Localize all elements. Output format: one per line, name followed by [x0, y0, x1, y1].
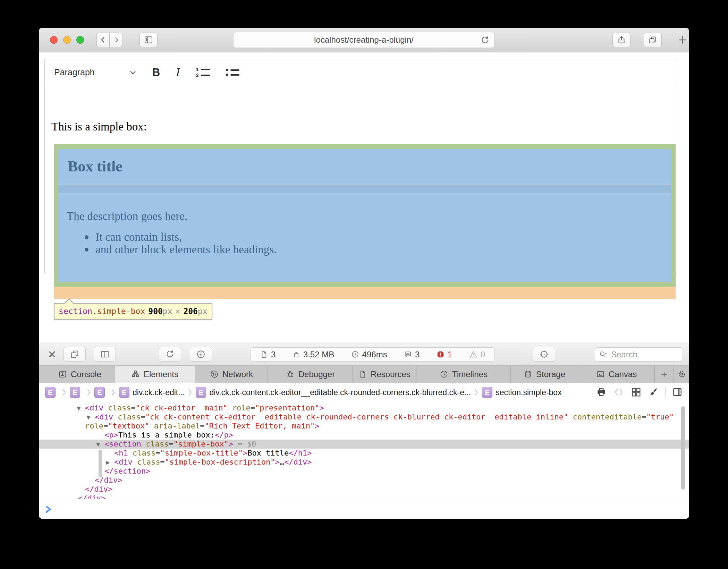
zoom-traffic-light[interactable] — [76, 36, 84, 44]
warning-icon — [469, 350, 478, 359]
bold-button[interactable]: B — [152, 66, 160, 79]
chevron-right-icon — [112, 36, 120, 44]
tree-row[interactable]: ▼<div class="ck ck-content ck-editor__ed… — [39, 413, 689, 422]
simple-box-title-block: Box title — [58, 149, 671, 184]
inspector-tab-bar: Console Elements Network Debugger Resour… — [39, 366, 689, 383]
new-tab-button[interactable] — [677, 34, 688, 46]
tree-row[interactable]: ▼<div class="ck ck-editor__main" role="p… — [39, 404, 689, 413]
source-code-button[interactable] — [613, 387, 624, 398]
simple-box-description-block: The description goes here. It can contai… — [58, 195, 671, 282]
chevron-right-icon — [87, 389, 91, 396]
disclosure-triangle-icon[interactable]: ▼ — [86, 413, 91, 422]
copy-icon — [70, 349, 79, 359]
tree-row[interactable]: </section> — [39, 467, 689, 476]
resources-icon — [358, 370, 367, 379]
download-icon — [196, 349, 206, 359]
heading-dropdown[interactable]: Paragraph — [54, 67, 136, 77]
search-input[interactable] — [610, 349, 671, 360]
editor-toolbar: Paragraph B I 1 2 — [44, 59, 677, 86]
dock-side-button[interactable] — [94, 347, 116, 362]
element-badge: E — [482, 387, 492, 398]
storage-icon — [523, 370, 533, 379]
gear-icon — [677, 370, 686, 379]
breadcrumb-item[interactable]: Ediv.ck.ck-edit... — [119, 387, 185, 398]
speech-bubble-icon — [404, 350, 412, 359]
disclosure-triangle-icon[interactable]: ▼ — [77, 404, 81, 413]
sidebar-toggle-button[interactable] — [139, 33, 158, 47]
dom-tree: ▼<div class="ck ck-editor__main" role="p… — [39, 402, 689, 499]
tab-spacer — [39, 366, 45, 383]
list-item: and other block elements like headings. — [85, 243, 277, 256]
safari-window: localhost/creating-a-plugin/ Paragraph B… — [39, 28, 689, 519]
tooltip-height: 206 — [183, 307, 198, 316]
tab-overview-button[interactable] — [644, 33, 662, 47]
tree-row[interactable]: role="textbox" aria-label="Rich Text Edi… — [39, 422, 689, 431]
element-picker-button[interactable] — [533, 347, 555, 362]
tabs-icon — [648, 35, 657, 44]
console-prompt[interactable] — [39, 500, 689, 519]
tree-row[interactable]: ▼<section class="simple-box"> = $0 — [39, 440, 689, 449]
tree-scrollbar-thumb[interactable] — [681, 406, 685, 490]
tab-network[interactable]: Network — [195, 366, 268, 383]
tab-console[interactable]: Console — [45, 366, 115, 383]
numbered-list-button[interactable]: 1 2 — [196, 68, 210, 77]
plus-icon — [660, 370, 669, 379]
breadcrumb-item[interactable]: E — [70, 387, 83, 398]
tree-row[interactable]: </div> — [39, 485, 689, 494]
crosshair-icon — [539, 349, 549, 359]
tree-row[interactable]: <p>This is a simple box:</p> — [39, 431, 689, 440]
layout-grid-button[interactable] — [630, 387, 642, 398]
breadcrumb-item[interactable]: Ediv.ck.ck-content.ck-editor__editable.c… — [196, 387, 471, 398]
tooltip-width: 900 — [148, 307, 163, 316]
highlight-margin-strip — [54, 287, 676, 299]
editor-paragraph: This is a simple box: — [51, 120, 147, 133]
plus-icon — [677, 34, 688, 46]
weight-icon — [292, 350, 300, 359]
inspected-simple-box: Box title The description goes here. It … — [54, 144, 676, 287]
tab-timelines[interactable]: Timelines — [416, 366, 511, 383]
minimize-traffic-light[interactable] — [63, 36, 71, 44]
chevron-right-icon — [474, 389, 479, 396]
description-text: The description goes here. — [67, 210, 187, 223]
download-page-button[interactable] — [190, 347, 212, 362]
address-bar[interactable]: localhost/creating-a-plugin/ — [233, 32, 494, 48]
forward-button[interactable] — [110, 33, 123, 47]
tab-resources[interactable]: Resources — [353, 366, 416, 383]
list-item: It can contain lists, — [85, 231, 277, 243]
styles-brush-button[interactable] — [648, 387, 659, 398]
disclosure-triangle-icon[interactable]: ▼ — [96, 440, 100, 449]
breadcrumb-item-selected[interactable]: Esection.simple-box — [482, 387, 561, 398]
tab-elements[interactable]: Elements — [115, 366, 195, 383]
detach-button[interactable] — [64, 347, 86, 362]
breadcrumb-item[interactable]: E — [45, 387, 59, 398]
resource-stats-bar[interactable]: 3 3.52 MB 496ms 3 1 — [251, 347, 494, 362]
reload-button[interactable] — [159, 347, 181, 362]
tab-canvas[interactable]: Canvas — [578, 366, 655, 383]
close-traffic-light[interactable] — [50, 36, 58, 44]
disclosure-triangle-icon[interactable]: ▶ — [106, 458, 110, 467]
bulleted-list-button[interactable] — [226, 69, 239, 76]
console-prompt-icon — [44, 505, 53, 514]
tab-debugger[interactable]: Debugger — [268, 366, 353, 383]
breadcrumb-item[interactable]: E — [94, 387, 108, 398]
print-styles-button[interactable] — [596, 387, 607, 398]
details-sidebar-toggle[interactable] — [672, 387, 683, 398]
tree-row[interactable]: <h1 class="simple-box-title">Box title</… — [39, 449, 689, 458]
split-pane-icon — [100, 349, 110, 359]
tree-row[interactable]: </div> — [39, 494, 689, 499]
timelines-icon — [439, 370, 449, 379]
inspector-settings-button[interactable] — [674, 366, 689, 383]
errors-stat: 1 — [436, 350, 452, 359]
refresh-icon[interactable] — [480, 35, 490, 45]
share-button[interactable] — [612, 33, 630, 47]
tree-row[interactable]: </div> — [39, 476, 689, 485]
nav-button-group — [96, 33, 123, 47]
add-tab-button[interactable] — [655, 366, 674, 383]
tab-storage[interactable]: Storage — [511, 366, 578, 383]
console-messages-stat: 3 — [404, 350, 420, 359]
tree-row[interactable]: ▶<div class="simple-box-description">…</… — [39, 458, 689, 467]
back-button[interactable] — [96, 33, 110, 47]
chevron-right-icon — [111, 389, 116, 396]
italic-button[interactable]: I — [176, 66, 180, 79]
close-inspector-button[interactable]: ✕ — [45, 347, 59, 362]
